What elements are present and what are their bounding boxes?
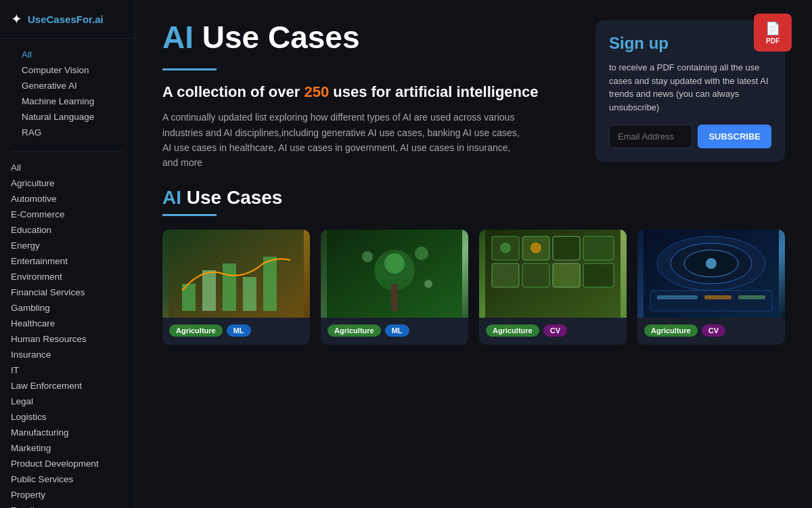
sidebar-item-it[interactable]: IT (0, 362, 135, 378)
sidebar: ✦ UseCasesFor.ai AllComputer VisionGener… (0, 0, 135, 508)
svg-rect-20 (522, 263, 549, 287)
svg-rect-32 (704, 295, 731, 299)
title-ai-word: AI (162, 20, 194, 55)
tag-agriculture[interactable]: Agriculture (169, 324, 223, 337)
tag-ml[interactable]: ML (385, 324, 409, 337)
form-row: SUBSCRIBE (609, 125, 771, 148)
sidebar-item-all-industry[interactable]: All (0, 160, 135, 175)
svg-rect-21 (553, 263, 580, 287)
tag-agriculture[interactable]: Agriculture (644, 324, 698, 337)
pdf-symbol: 📄 (765, 21, 780, 36)
card-image-2 (321, 230, 468, 318)
sidebar-item-healthcare[interactable]: Healthcare (0, 316, 135, 331)
subtitle: A collection of over 250 uses for artifi… (162, 83, 541, 102)
card-image-4 (637, 230, 785, 318)
svg-rect-2 (202, 270, 216, 311)
sidebar-item-marketing[interactable]: Marketing (0, 440, 135, 456)
card-tags-3: AgricultureCV (479, 318, 627, 345)
svg-point-11 (362, 251, 373, 262)
tag-cv[interactable]: CV (702, 324, 725, 337)
logo-area[interactable]: ✦ UseCasesFor.ai (0, 11, 135, 39)
section-ai-word: AI (162, 187, 181, 208)
sidebar-item-natural-language[interactable]: Natural Language (11, 109, 124, 125)
hero-description: A continually updated list exploring how… (162, 110, 528, 171)
sidebar-item-entertainment[interactable]: Entertainment (0, 253, 135, 269)
sidebar-divider (11, 151, 124, 152)
svg-rect-31 (657, 295, 698, 299)
card-1[interactable]: AgricultureML (162, 230, 310, 345)
sidebar-item-energy[interactable]: Energy (0, 238, 135, 253)
svg-rect-18 (583, 236, 614, 260)
tag-cv[interactable]: CV (543, 324, 567, 337)
svg-point-23 (500, 242, 511, 253)
svg-rect-10 (391, 284, 398, 311)
sidebar-item-legal[interactable]: Legal (0, 394, 135, 409)
svg-point-8 (384, 253, 405, 274)
sidebar-item-automotive[interactable]: Automotive (0, 191, 135, 207)
section-title-rest: Use Cases (181, 187, 282, 208)
card-tags-1: AgricultureML (162, 318, 310, 345)
svg-rect-19 (492, 263, 519, 287)
sidebar-item-generative-ai[interactable]: Generative AI (11, 78, 124, 93)
cards-grid: AgricultureML AgricultureML AgricultureC… (162, 230, 785, 345)
svg-rect-33 (738, 295, 765, 299)
signup-description: to receive a PDF containing all the use … (609, 61, 771, 114)
subtitle-number: 250 (304, 83, 329, 100)
title-block: AI Use Cases A collection of over 250 us… (162, 20, 575, 171)
email-input[interactable] (609, 125, 692, 148)
sidebar-item-environment[interactable]: Environment (0, 269, 135, 284)
sidebar-item-gambling[interactable]: Gambling (0, 300, 135, 316)
sidebar-item-retail[interactable]: Retail (0, 503, 135, 508)
subtitle-suffix: uses for artificial intelligence (329, 83, 538, 100)
signup-card: 📄 PDF Sign up to receive a PDF containin… (595, 20, 785, 162)
tag-agriculture[interactable]: Agriculture (486, 324, 539, 337)
svg-point-13 (424, 280, 432, 288)
card-tags-2: AgricultureML (321, 318, 468, 345)
site-title: UseCasesFor.ai (28, 14, 104, 25)
sidebar-item-e-commerce[interactable]: E-Commerce (0, 207, 135, 222)
section-title: AI Use Cases (162, 187, 785, 209)
sidebar-item-property[interactable]: Property (0, 487, 135, 503)
page-header: AI Use Cases A collection of over 250 us… (162, 20, 785, 171)
section-underline (162, 214, 217, 216)
card-3[interactable]: AgricultureCV (479, 230, 627, 345)
svg-rect-3 (223, 263, 236, 311)
sidebar-item-machine-learning[interactable]: Machine Learning (11, 93, 124, 109)
sidebar-item-human-resources[interactable]: Human Resources (0, 331, 135, 347)
sidebar-item-financial-services[interactable]: Financial Services (0, 284, 135, 300)
card-image-3 (479, 230, 627, 318)
signup-form: SUBSCRIBE (609, 125, 771, 148)
sidebar-item-product-development[interactable]: Product Development (0, 456, 135, 471)
sidebar-item-education[interactable]: Education (0, 222, 135, 238)
svg-point-12 (415, 247, 428, 260)
sidebar-item-law-enforcement[interactable]: Law Enforcement (0, 378, 135, 394)
sidebar-item-manufacturing[interactable]: Manufacturing (0, 425, 135, 440)
svg-rect-22 (583, 263, 614, 287)
svg-point-24 (531, 242, 541, 253)
sidebar-item-public-services[interactable]: Public Services (0, 471, 135, 487)
tag-agriculture[interactable]: Agriculture (328, 324, 381, 337)
svg-rect-4 (243, 277, 256, 311)
tech-section: AllComputer VisionGenerative AIMachine L… (0, 47, 135, 140)
pdf-icon: 📄 PDF (754, 14, 792, 51)
sidebar-item-all-tech[interactable]: All (11, 47, 124, 62)
sidebar-item-insurance[interactable]: Insurance (0, 347, 135, 362)
sidebar-item-logistics[interactable]: Logistics (0, 409, 135, 425)
sidebar-item-rag[interactable]: RAG (11, 125, 124, 140)
subtitle-prefix: A collection of over (162, 83, 304, 100)
star-icon: ✦ (11, 11, 22, 27)
card-image-1 (162, 230, 310, 318)
card-4[interactable]: AgricultureCV (637, 230, 785, 345)
sidebar-item-agriculture[interactable]: Agriculture (0, 175, 135, 191)
svg-rect-17 (553, 236, 580, 260)
card-2[interactable]: AgricultureML (321, 230, 468, 345)
tag-ml[interactable]: ML (227, 324, 251, 337)
title-rest: Use Cases (194, 20, 360, 55)
card-tags-4: AgricultureCV (637, 318, 785, 345)
main-content: AI Use Cases A collection of over 250 us… (135, 0, 812, 508)
page-title: AI Use Cases (162, 20, 575, 55)
sidebar-item-computer-vision[interactable]: Computer Vision (11, 62, 124, 78)
subscribe-button[interactable]: SUBSCRIBE (698, 125, 771, 148)
industry-section: AllAgricultureAutomotiveE-CommerceEducat… (0, 160, 135, 508)
svg-point-29 (706, 258, 717, 269)
